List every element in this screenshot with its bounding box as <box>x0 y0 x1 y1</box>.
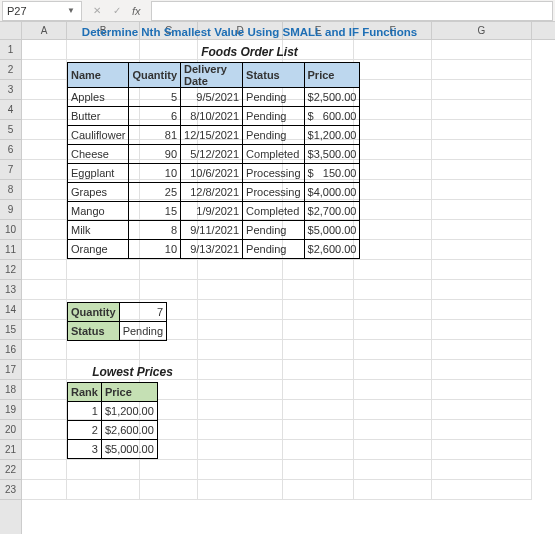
cell-price[interactable]: $150.00 <box>304 164 360 183</box>
grid-body[interactable]: ABCDEFG Determine Nth Smallest Value Usi… <box>22 22 555 534</box>
fx-icon[interactable]: fx <box>128 5 145 17</box>
row-header-19[interactable]: 19 <box>0 400 21 420</box>
cell-name[interactable]: Cauliflower <box>68 126 129 145</box>
table-header-row: Rank Price <box>68 383 158 402</box>
page-title: Determine Nth Smallest Value Using SMALL… <box>67 22 432 42</box>
cell-price[interactable]: $1,200.00 <box>101 402 157 421</box>
cell-qty[interactable]: 8 <box>129 221 181 240</box>
table-row: 1$1,200.00 <box>68 402 158 421</box>
cell-price[interactable]: $600.00 <box>304 107 360 126</box>
cell-status[interactable]: Pending <box>243 88 304 107</box>
cell-name[interactable]: Eggplant <box>68 164 129 183</box>
col-price2[interactable]: Price <box>101 383 157 402</box>
cell-status[interactable]: Pending <box>243 221 304 240</box>
cell-status[interactable]: Completed <box>243 202 304 221</box>
row-header-11[interactable]: 11 <box>0 240 21 260</box>
cell-status[interactable]: Pending <box>243 107 304 126</box>
row-header-17[interactable]: 17 <box>0 360 21 380</box>
cell-name[interactable]: Apples <box>68 88 129 107</box>
col-rank[interactable]: Rank <box>68 383 102 402</box>
row-header-18[interactable]: 18 <box>0 380 21 400</box>
cell-price[interactable]: $4,000.00 <box>304 183 360 202</box>
cell-qty[interactable]: 81 <box>129 126 181 145</box>
row-header-12[interactable]: 12 <box>0 260 21 280</box>
row-header-8[interactable]: 8 <box>0 180 21 200</box>
cell-status[interactable]: Pending <box>243 240 304 259</box>
cell-date[interactable]: 12/8/2021 <box>181 183 243 202</box>
criteria-status-value[interactable]: Pending <box>119 322 166 341</box>
cell-date[interactable]: 10/6/2021 <box>181 164 243 183</box>
cell-price[interactable]: $2,500.00 <box>304 88 360 107</box>
cell-qty[interactable]: 15 <box>129 202 181 221</box>
row-header-2[interactable]: 2 <box>0 60 21 80</box>
cell-price[interactable]: $3,500.00 <box>304 145 360 164</box>
cell-qty[interactable]: 5 <box>129 88 181 107</box>
cell-price[interactable]: $2,600.00 <box>101 421 157 440</box>
row-header-7[interactable]: 7 <box>0 160 21 180</box>
criteria-qty-value[interactable]: 7 <box>119 303 166 322</box>
cell-date[interactable]: 5/12/2021 <box>181 145 243 164</box>
cell-price[interactable]: $2,600.00 <box>304 240 360 259</box>
cell-qty[interactable]: 10 <box>129 240 181 259</box>
row-header-5[interactable]: 5 <box>0 120 21 140</box>
cell-price[interactable]: $2,700.00 <box>304 202 360 221</box>
col-price[interactable]: Price <box>304 63 360 88</box>
col-date[interactable]: Delivery Date <box>181 63 243 88</box>
cell-status[interactable]: Processing <box>243 164 304 183</box>
cell-status[interactable]: Processing <box>243 183 304 202</box>
criteria-qty-label[interactable]: Quantity <box>68 303 120 322</box>
cell-name[interactable]: Mango <box>68 202 129 221</box>
select-all-corner[interactable] <box>0 22 21 40</box>
row-header-23[interactable]: 23 <box>0 480 21 500</box>
formula-bar-input[interactable] <box>151 1 553 21</box>
confirm-icon[interactable]: ✓ <box>108 3 126 19</box>
cell-qty[interactable]: 90 <box>129 145 181 164</box>
cell-name[interactable]: Cheese <box>68 145 129 164</box>
col-header-A[interactable]: A <box>22 22 67 39</box>
cell-name[interactable]: Grapes <box>68 183 129 202</box>
row-header-21[interactable]: 21 <box>0 440 21 460</box>
cell-name[interactable]: Orange <box>68 240 129 259</box>
row-header-14[interactable]: 14 <box>0 300 21 320</box>
name-box-value: P27 <box>7 5 67 17</box>
row-header-15[interactable]: 15 <box>0 320 21 340</box>
grid-container: 1234567891011121314151617181920212223 AB… <box>0 22 555 534</box>
cell-name[interactable]: Milk <box>68 221 129 240</box>
cell-qty[interactable]: 10 <box>129 164 181 183</box>
row-header-4[interactable]: 4 <box>0 100 21 120</box>
cell-qty[interactable]: 6 <box>129 107 181 126</box>
cell-rank[interactable]: 3 <box>68 440 102 459</box>
col-status[interactable]: Status <box>243 63 304 88</box>
cancel-icon[interactable]: ✕ <box>88 3 106 19</box>
row-header-13[interactable]: 13 <box>0 280 21 300</box>
row-header-22[interactable]: 22 <box>0 460 21 480</box>
name-box[interactable]: P27 ▼ <box>2 1 82 21</box>
col-header-G[interactable]: G <box>432 22 532 39</box>
row-header-10[interactable]: 10 <box>0 220 21 240</box>
cell-status[interactable]: Completed <box>243 145 304 164</box>
col-name[interactable]: Name <box>68 63 129 88</box>
cell-name[interactable]: Butter <box>68 107 129 126</box>
cell-price[interactable]: $5,000.00 <box>304 221 360 240</box>
cell-rank[interactable]: 1 <box>68 402 102 421</box>
row-header-20[interactable]: 20 <box>0 420 21 440</box>
cell-qty[interactable]: 25 <box>129 183 181 202</box>
row-header-1[interactable]: 1 <box>0 40 21 60</box>
cell-price[interactable]: $1,200.00 <box>304 126 360 145</box>
row-header-6[interactable]: 6 <box>0 140 21 160</box>
cell-date[interactable]: 1/9/2021 <box>181 202 243 221</box>
col-qty[interactable]: Quantity <box>129 63 181 88</box>
row-header-16[interactable]: 16 <box>0 340 21 360</box>
cell-date[interactable]: 9/5/2021 <box>181 88 243 107</box>
cell-date[interactable]: 12/15/2021 <box>181 126 243 145</box>
criteria-status-label[interactable]: Status <box>68 322 120 341</box>
row-header-9[interactable]: 9 <box>0 200 21 220</box>
cell-date[interactable]: 9/13/2021 <box>181 240 243 259</box>
row-header-3[interactable]: 3 <box>0 80 21 100</box>
cell-rank[interactable]: 2 <box>68 421 102 440</box>
cell-status[interactable]: Pending <box>243 126 304 145</box>
cell-price[interactable]: $5,000.00 <box>101 440 157 459</box>
cell-date[interactable]: 9/11/2021 <box>181 221 243 240</box>
chevron-down-icon[interactable]: ▼ <box>67 6 77 15</box>
cell-date[interactable]: 8/10/2021 <box>181 107 243 126</box>
